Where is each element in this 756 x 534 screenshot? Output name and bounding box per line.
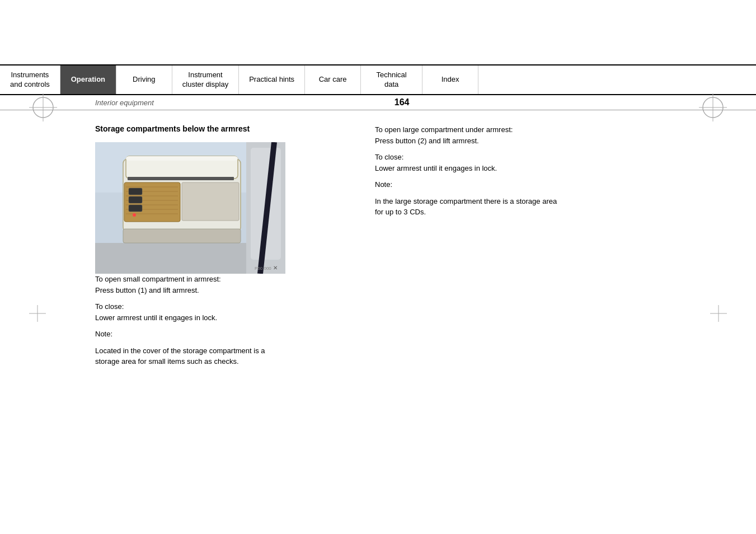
- svg-rect-35: [129, 205, 142, 212]
- left-mid-deco: [29, 305, 46, 322]
- right-para-1: To open large compartment under armrest:…: [375, 124, 739, 146]
- svg-rect-24: [128, 177, 234, 180]
- svg-rect-23: [126, 156, 238, 161]
- left-column: Storage compartments below the armrest: [0, 113, 358, 384]
- svg-rect-37: [182, 182, 239, 221]
- right-para-2: To close:Lower armrest until it engages …: [375, 152, 739, 174]
- left-para-2: To close:Lower armrest until it engages …: [95, 301, 341, 323]
- nav-bar: Instruments and controls Operation Drivi…: [0, 64, 756, 95]
- sub-header: Interior equipment 164: [0, 95, 756, 110]
- top-right-deco: [699, 93, 727, 121]
- svg-rect-33: [129, 188, 142, 195]
- right-column: To open large compartment under armrest:…: [358, 113, 756, 384]
- armrest-image: P60 000 ✕: [95, 142, 285, 274]
- nav-index[interactable]: Index: [422, 65, 478, 94]
- svg-text:P60 000: P60 000: [255, 266, 271, 271]
- nav-driving[interactable]: Driving: [116, 65, 172, 94]
- nav-car-care[interactable]: Car care: [305, 65, 361, 94]
- svg-rect-41: [95, 243, 246, 274]
- nav-practical-hints[interactable]: Practical hints: [239, 65, 305, 94]
- svg-rect-34: [129, 196, 142, 203]
- nav-operation[interactable]: Operation: [60, 65, 116, 94]
- page-number: 164: [395, 97, 410, 107]
- right-note-label: Note:: [375, 179, 739, 190]
- left-para-1: To open small compartment in armrest:Pre…: [95, 274, 341, 296]
- nav-instrument-cluster[interactable]: Instrument cluster display: [172, 65, 239, 94]
- left-note-label: Note:: [95, 329, 341, 340]
- top-left-deco: [29, 93, 57, 121]
- nav-technical-data[interactable]: Technical data: [361, 65, 422, 94]
- section-label: Interior equipment: [95, 99, 154, 107]
- svg-text:✕: ✕: [273, 265, 278, 271]
- right-para-3: In the large storage compartment there i…: [375, 196, 739, 218]
- right-mid-deco: [710, 305, 727, 322]
- page-wrapper: Instruments and controls Operation Drivi…: [0, 64, 756, 534]
- svg-point-36: [133, 213, 136, 217]
- content-area: Storage compartments below the armrest: [0, 113, 756, 384]
- section-title: Storage compartments below the armrest: [95, 124, 341, 133]
- nav-instruments[interactable]: Instruments and controls: [0, 65, 60, 94]
- svg-rect-42: [123, 229, 241, 243]
- left-para-3: Located in the cover of the storage comp…: [95, 345, 341, 367]
